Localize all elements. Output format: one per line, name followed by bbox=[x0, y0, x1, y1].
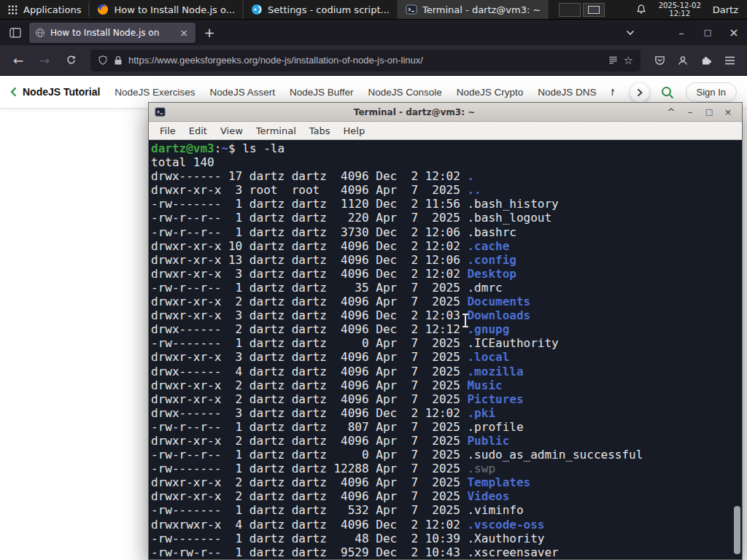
search-icon[interactable] bbox=[661, 86, 674, 99]
file-name: Downloads bbox=[467, 308, 530, 322]
extensions-puzzle-icon[interactable] bbox=[694, 49, 718, 72]
url-bar[interactable]: https://www.geeksforgeeks.org/node-js/in… bbox=[90, 50, 640, 71]
tab-close-icon[interactable]: × bbox=[178, 27, 190, 39]
terminal-prompt-line: dartz@vm3:~$ ls -la bbox=[151, 141, 742, 155]
applications-menu[interactable]: Applications bbox=[0, 0, 88, 19]
file-name: .local bbox=[467, 350, 509, 364]
prompt-user-host: dartz@vm3 bbox=[151, 141, 214, 155]
terminal-output-line: drwxr-xr-x 3 dartz dartz 4096 Dec 2 12:0… bbox=[151, 267, 742, 281]
tab-title: How to Install Node.js on bbox=[50, 28, 173, 38]
terminal-minimize-button[interactable]: – bbox=[682, 105, 698, 120]
url-text: https://www.geeksforgeeks.org/node-js/in… bbox=[128, 55, 603, 66]
file-name: .mozilla bbox=[467, 365, 523, 378]
back-button[interactable]: ← bbox=[6, 49, 31, 72]
browser-tab[interactable]: How to Install Node.js on × bbox=[29, 23, 196, 43]
user-menu[interactable]: Dartz bbox=[713, 4, 738, 15]
terminal-shade-button[interactable]: ^ bbox=[663, 105, 679, 120]
terminal-output-line: drwxr-xr-x 2 dartz dartz 4096 Apr 7 2025… bbox=[151, 489, 742, 503]
site-nav-link[interactable]: NodeJS Crypto bbox=[457, 87, 524, 98]
site-nav-link[interactable]: NodeJS Exercises bbox=[115, 87, 195, 98]
terminal-output-line: drwxr-xr-x 3 root root 4096 Apr 7 2025 .… bbox=[151, 183, 742, 197]
menu-hamburger-icon[interactable] bbox=[718, 49, 741, 72]
new-tab-button[interactable]: + bbox=[198, 23, 220, 43]
terminal-window-icon bbox=[155, 106, 166, 117]
site-nav-link[interactable]: NodeJS Buffer bbox=[290, 87, 354, 98]
window-minimize-button[interactable]: – bbox=[668, 20, 694, 45]
terminal-maximize-button[interactable]: □ bbox=[701, 105, 717, 120]
file-name: .xscreensaver bbox=[467, 545, 558, 559]
file-name: Music bbox=[467, 378, 502, 392]
file-name: .vscode-oss bbox=[467, 518, 544, 532]
terminal-output-line: drwxr-xr-x 10 dartz dartz 4096 Dec 2 12:… bbox=[151, 239, 742, 253]
firefox-view-icon[interactable] bbox=[4, 23, 26, 43]
pocket-icon[interactable] bbox=[648, 49, 671, 72]
menu-file[interactable]: File bbox=[153, 122, 182, 139]
site-nav-link[interactable]: Node bbox=[611, 87, 614, 98]
taskbar-item-label: How to Install Node.js o... bbox=[114, 4, 235, 15]
site-nav-primary[interactable]: NodeJS Tutorial bbox=[10, 86, 100, 98]
clock-time: 12:12 bbox=[659, 9, 701, 18]
sign-in-button[interactable]: Sign In bbox=[686, 82, 737, 102]
terminal-output-line: -rw-r--r-- 1 dartz dartz 3730 Dec 2 12:0… bbox=[151, 225, 742, 239]
firefox-icon bbox=[97, 4, 109, 15]
taskbar-item-terminal[interactable]: Terminal - dartz@vm3: ~ bbox=[398, 0, 549, 19]
tracking-shield-icon[interactable] bbox=[98, 55, 108, 66]
system-tray: 2025-12-02 12:12 Dartz bbox=[635, 1, 747, 18]
terminal-scrollbar[interactable] bbox=[734, 141, 740, 558]
reader-view-icon[interactable] bbox=[608, 55, 618, 65]
workspace-1[interactable] bbox=[559, 3, 581, 17]
terminal-scrollbar-thumb[interactable] bbox=[734, 506, 740, 554]
browser-tab-bar: How to Install Node.js on × + – □ × bbox=[0, 20, 747, 45]
terminal-command: ls -la bbox=[242, 141, 285, 155]
site-nav-link[interactable]: NodeJS Console bbox=[368, 87, 441, 98]
terminal-output-line: drwxr-xr-x 3 dartz dartz 4096 Dec 2 12:0… bbox=[151, 308, 742, 322]
panel-clock[interactable]: 2025-12-02 12:12 bbox=[659, 1, 701, 18]
terminal-output-line: -rw------- 1 dartz dartz 0 Apr 7 2025 .I… bbox=[151, 336, 742, 350]
terminal-close-button[interactable]: × bbox=[720, 105, 736, 120]
account-icon[interactable] bbox=[671, 49, 694, 72]
terminal-window: Terminal - dartz@vm3: ~ ^ – □ × File Edi… bbox=[148, 102, 743, 560]
terminal-output-line: -rw-r--r-- 1 dartz dartz 220 Apr 7 2025 … bbox=[151, 211, 742, 225]
menu-tabs[interactable]: Tabs bbox=[303, 122, 337, 139]
file-name: Templates bbox=[467, 475, 530, 489]
taskbar-item-browser[interactable]: How to Install Node.js o... bbox=[89, 0, 243, 19]
reload-button[interactable] bbox=[58, 49, 83, 72]
nav-scroll-right-chevron-icon[interactable] bbox=[630, 83, 649, 102]
file-name: .sudo_as_admin_successful bbox=[467, 448, 643, 462]
notifications-bell-icon[interactable] bbox=[635, 4, 647, 15]
terminal-output-line: drwxr-xr-x 13 dartz dartz 4096 Dec 2 12:… bbox=[151, 253, 742, 267]
bookmark-star-icon[interactable]: ☆ bbox=[624, 54, 633, 67]
menu-help[interactable]: Help bbox=[337, 122, 372, 139]
terminal-title-bar[interactable]: Terminal - dartz@vm3: ~ ^ – □ × bbox=[149, 103, 742, 122]
lock-icon[interactable] bbox=[114, 55, 123, 66]
applications-grid-icon bbox=[7, 4, 18, 15]
forward-button[interactable]: → bbox=[32, 49, 57, 72]
terminal-output-line: drwx------ 2 dartz dartz 4096 Dec 2 12:1… bbox=[151, 322, 742, 336]
codium-icon bbox=[251, 4, 263, 15]
file-name: .cache bbox=[467, 239, 509, 253]
menu-view[interactable]: View bbox=[214, 122, 249, 139]
taskbar-item-settings[interactable]: Settings - codium script... bbox=[243, 0, 398, 19]
workspace-window-thumbnail bbox=[588, 6, 600, 14]
window-close-button[interactable]: × bbox=[721, 20, 747, 45]
window-maximize-button[interactable]: □ bbox=[694, 20, 721, 45]
terminal-content[interactable]: dartz@vm3:~$ ls -la total 140 drwx------… bbox=[149, 140, 742, 559]
menu-terminal[interactable]: Terminal bbox=[249, 122, 303, 139]
tab-favicon-globe-icon bbox=[35, 28, 45, 38]
menu-edit[interactable]: Edit bbox=[182, 122, 214, 139]
file-name: .config bbox=[467, 253, 516, 267]
terminal-output-line: -rw-rw-r-- 1 dartz dartz 9529 Dec 2 10:4… bbox=[151, 545, 742, 559]
terminal-window-controls: ^ – □ × bbox=[663, 105, 736, 120]
workspace-2[interactable] bbox=[583, 3, 605, 17]
site-nav-link[interactable]: NodeJS Assert bbox=[210, 87, 275, 98]
list-all-tabs-chevron-icon[interactable] bbox=[617, 20, 643, 45]
nav-scroll-left-chevron-icon[interactable] bbox=[10, 87, 17, 97]
file-name: Videos bbox=[467, 489, 509, 503]
file-name: .bash_logout bbox=[467, 211, 551, 225]
terminal-output-line: -rw------- 1 dartz dartz 48 Dec 2 10:39 … bbox=[151, 532, 742, 545]
terminal-output-line: drwxrwxr-x 4 dartz dartz 4096 Dec 2 12:0… bbox=[151, 518, 742, 532]
site-nav-link[interactable]: NodeJS DNS bbox=[538, 87, 596, 98]
tabbar-controls: – □ × bbox=[617, 20, 747, 45]
site-nav-links: NodeJS ExercisesNodeJS AssertNodeJS Buff… bbox=[115, 87, 614, 98]
terminal-output-line: -rw-r--r-- 1 dartz dartz 0 Apr 7 2025 .s… bbox=[151, 448, 742, 462]
